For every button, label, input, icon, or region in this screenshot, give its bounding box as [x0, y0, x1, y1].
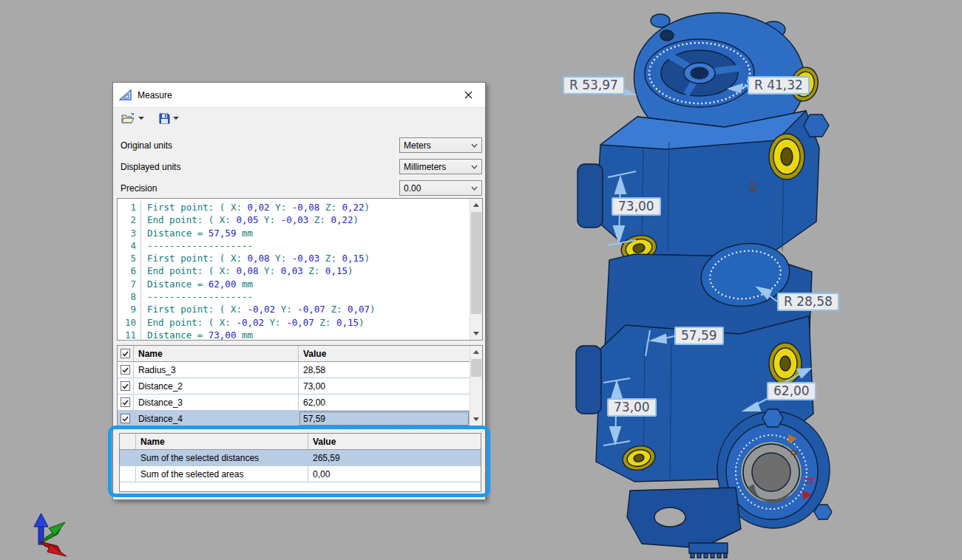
engraved-letter-a: (a	[747, 181, 761, 194]
save-button[interactable]	[157, 112, 181, 126]
mounting-lug-lower	[576, 346, 601, 414]
table-row[interactable]: Sum of the selected distances265,59	[120, 450, 481, 466]
save-dropdown-caret[interactable]	[173, 117, 179, 120]
precision-value: 0.00	[404, 183, 421, 194]
measurement-value: 73,00	[299, 378, 470, 394]
table-row[interactable]: Distance_362,00	[118, 395, 482, 411]
log-line: 9First point: ( X: -0,02 Y: -0,07 Z: 0,0…	[118, 303, 470, 315]
table-row[interactable]: Sum of the selected areas0,00	[120, 466, 481, 482]
measurement-value: 28,58	[299, 362, 470, 378]
log-line: 11Distance = 73,00 mm	[118, 329, 470, 341]
table-scrollbar[interactable]	[470, 346, 482, 426]
dialog-title: Measure	[138, 90, 172, 100]
units-settings: Original units Meters Displayed units Mi…	[113, 129, 485, 203]
log-line: 4-------------------	[118, 239, 470, 252]
row-checkbox[interactable]	[121, 381, 130, 391]
log-line: 5First point: ( X: 0,08 Y: -0,03 Z: 0,15…	[118, 252, 470, 264]
log-lines: 1First point: ( X: 0,02 Y: -0,08 Z: 0,22…	[118, 201, 470, 341]
close-icon	[464, 91, 472, 99]
scroll-thumb[interactable]	[471, 212, 481, 314]
scroll-down-button[interactable]	[470, 413, 482, 426]
port-yellow-mid-right	[769, 134, 805, 180]
measure-icon	[119, 89, 132, 100]
measurements-header-row: Name Value	[118, 346, 482, 362]
sum-name: Sum of the selected distances	[136, 450, 308, 465]
dimension-label[interactable]: 73,00	[607, 398, 657, 417]
dimension-label[interactable]: 57,59	[674, 327, 724, 345]
save-floppy-icon	[159, 113, 170, 124]
dimension-label[interactable]: R 41,32	[748, 76, 810, 95]
select-all-checkbox[interactable]	[121, 349, 130, 358]
original-units-select[interactable]: Meters	[399, 137, 482, 153]
sums-rows: Sum of the selected distances265,59Sum o…	[120, 450, 481, 482]
log-scrollbar[interactable]	[470, 199, 482, 340]
foot-hole	[654, 508, 685, 527]
displayed-units-value: Millimeters	[404, 162, 446, 172]
dialog-titlebar[interactable]: Measure	[113, 83, 485, 107]
row-checkbox[interactable]	[121, 397, 130, 407]
sum-value: 265,59	[308, 450, 481, 465]
displayed-units-label: Displayed units	[121, 162, 180, 172]
original-units-row: Original units Meters	[121, 134, 482, 156]
close-button[interactable]	[457, 86, 479, 105]
row-checkbox[interactable]	[121, 414, 130, 423]
scroll-up-button[interactable]	[470, 199, 482, 211]
table-row[interactable]: Distance_273,00	[118, 378, 482, 395]
log-line: 10End point: ( X: -0,02 Y: -0,07 Z: 0,15…	[118, 316, 470, 329]
dimension-label[interactable]: 73,00	[612, 197, 661, 216]
dimension-label[interactable]: R 53,97	[563, 76, 625, 95]
log-line: 2End point: ( X: 0,05 Y: -0,03 Z: 0,22)	[118, 214, 470, 226]
port-yellow-lower-right	[769, 343, 802, 384]
table-row[interactable]: Radius_328,58	[118, 362, 482, 378]
chevron-down-icon	[471, 143, 478, 148]
measurements-rows: Radius_328,58Distance_273,00Distance_362…	[118, 362, 482, 427]
name-column-header[interactable]: Name	[136, 434, 308, 449]
precision-select[interactable]: 0.00	[399, 180, 482, 196]
log-line: 7Distance = 62,00 mm	[118, 278, 470, 290]
engraved-letter-h: h	[803, 477, 816, 485]
open-button[interactable]	[119, 112, 146, 126]
log-line: 8-------------------	[118, 290, 470, 303]
displayed-units-row: Displayed units Millimeters	[121, 156, 482, 177]
measurement-name: Distance_4	[134, 411, 299, 426]
displayed-units-select[interactable]: Millimeters	[399, 159, 482, 174]
dimension-label[interactable]: 62,00	[767, 382, 816, 400]
value-column-header[interactable]: Value	[308, 434, 481, 449]
engraved-letter-a2: a	[788, 449, 802, 456]
measure-dialog: Measure Original	[112, 82, 486, 500]
open-folder-icon	[121, 113, 135, 124]
sums-table: Name Value Sum of the selected distances…	[119, 433, 481, 492]
log-line: 3Distance = 57,59 mm	[118, 227, 470, 239]
measurement-name: Radius_3	[134, 362, 299, 378]
log-line: 1First point: ( X: 0,02 Y: -0,08 Z: 0,22…	[118, 201, 470, 214]
dialog-toolbar	[113, 107, 485, 129]
sum-value: 0,00	[308, 466, 481, 482]
measurement-log[interactable]: 1First point: ( X: 0,02 Y: -0,08 Z: 0,22…	[117, 198, 483, 341]
log-line: 6End point: ( X: 0,08 Y: 0,03 Z: 0,15)	[118, 264, 470, 277]
row-checkbox[interactable]	[121, 365, 130, 375]
scroll-up-button[interactable]	[470, 346, 482, 358]
precision-row: Precision 0.00	[121, 177, 482, 199]
dimension-label[interactable]: R 28,58	[777, 293, 839, 311]
value-column-header[interactable]: Value	[299, 346, 470, 361]
scroll-thumb[interactable]	[471, 359, 481, 377]
original-units-value: Meters	[404, 140, 431, 151]
sums-header-row: Name Value	[120, 434, 481, 450]
mounting-lug-upper	[577, 164, 603, 228]
measurements-table: Name Value Radius_328,58Distance_273,00D…	[117, 345, 483, 426]
chevron-down-icon	[471, 165, 478, 169]
scroll-down-button[interactable]	[470, 327, 482, 340]
chevron-down-icon	[471, 186, 478, 191]
table-row[interactable]: Distance_457,59	[118, 411, 482, 427]
spline-shaft	[689, 543, 728, 558]
hex-bolt	[804, 115, 829, 137]
open-dropdown-caret[interactable]	[138, 117, 144, 120]
measurement-name: Distance_2	[134, 378, 299, 394]
precision-label: Precision	[121, 183, 157, 194]
spline-bore	[691, 67, 708, 79]
measurement-value: 62,00	[299, 395, 470, 410]
axis-triad[interactable]	[34, 513, 67, 556]
x-axis-arrow	[40, 542, 67, 556]
name-column-header[interactable]: Name	[134, 346, 299, 361]
original-units-label: Original units	[121, 140, 172, 151]
